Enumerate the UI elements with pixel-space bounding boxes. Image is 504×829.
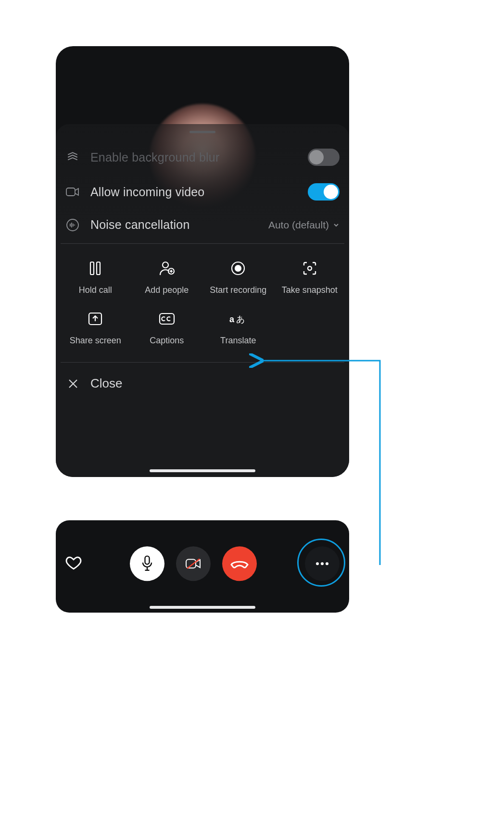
heart-icon bbox=[65, 554, 82, 571]
video-icon bbox=[64, 187, 81, 197]
svg-point-18 bbox=[326, 562, 328, 565]
svg-point-16 bbox=[316, 562, 319, 565]
row-noise-cancellation-label: Noise cancellation bbox=[90, 218, 259, 232]
row-allow-incoming-video: Allow incoming video bbox=[56, 175, 349, 209]
call-button-group bbox=[130, 546, 257, 581]
noise-cancellation-icon bbox=[64, 219, 81, 231]
share-screen-icon bbox=[88, 311, 102, 327]
action-hold-call[interactable]: Hold call bbox=[60, 260, 131, 295]
row-allow-incoming-video-label: Allow incoming video bbox=[90, 185, 298, 199]
toggle-background-blur[interactable] bbox=[308, 149, 340, 166]
blur-icon bbox=[64, 151, 81, 163]
svg-rect-3 bbox=[97, 262, 100, 275]
more-icon bbox=[315, 562, 329, 565]
row-background-blur-label: Enable background blur bbox=[90, 151, 298, 164]
actions-grid: Hold call Add people Start recordin bbox=[56, 244, 349, 359]
microphone-icon bbox=[140, 555, 154, 572]
hangup-button[interactable] bbox=[222, 546, 257, 581]
translate-icon: a あ bbox=[229, 311, 247, 327]
record-icon bbox=[231, 260, 245, 276]
svg-text:あ: あ bbox=[236, 314, 245, 324]
react-button[interactable] bbox=[65, 554, 82, 573]
action-start-recording[interactable]: Start recording bbox=[202, 260, 274, 295]
svg-point-4 bbox=[163, 262, 168, 268]
noise-cancellation-value[interactable]: Auto (default) bbox=[268, 219, 340, 231]
add-person-icon bbox=[159, 260, 175, 276]
action-captions[interactable]: Captions bbox=[131, 311, 203, 346]
svg-point-1 bbox=[67, 219, 78, 231]
row-noise-cancellation[interactable]: Noise cancellation Auto (default) bbox=[56, 209, 349, 240]
home-indicator bbox=[150, 606, 255, 609]
row-background-blur: Enable background blur bbox=[56, 140, 349, 175]
svg-line-15 bbox=[187, 559, 200, 568]
pause-icon bbox=[88, 260, 102, 276]
options-bottom-sheet: Enable background blur Allow incoming vi… bbox=[56, 124, 349, 477]
home-indicator bbox=[150, 469, 255, 472]
action-take-snapshot[interactable]: Take snapshot bbox=[274, 260, 346, 295]
action-share-screen[interactable]: Share screen bbox=[60, 311, 131, 346]
snapshot-icon bbox=[302, 260, 317, 276]
phone-down-icon bbox=[230, 559, 249, 568]
more-options-button[interactable] bbox=[305, 546, 340, 581]
close-icon bbox=[66, 378, 80, 389]
chevron-down-icon bbox=[333, 222, 340, 228]
sheet-grabber[interactable] bbox=[189, 131, 215, 133]
more-options-sheet: Enable background blur Allow incoming vi… bbox=[56, 46, 349, 477]
svg-point-17 bbox=[321, 562, 324, 565]
toggle-allow-incoming-video[interactable] bbox=[308, 183, 340, 201]
camera-button[interactable] bbox=[176, 546, 211, 581]
svg-rect-13 bbox=[145, 556, 149, 564]
svg-text:a: a bbox=[229, 314, 235, 324]
svg-point-7 bbox=[235, 265, 241, 271]
svg-point-8 bbox=[308, 266, 312, 270]
camera-off-icon bbox=[185, 557, 202, 570]
close-button[interactable]: Close bbox=[56, 363, 349, 416]
call-controls-bar bbox=[56, 520, 349, 613]
svg-rect-2 bbox=[90, 262, 94, 275]
svg-rect-0 bbox=[66, 188, 75, 196]
captions-icon bbox=[159, 311, 175, 327]
mute-button[interactable] bbox=[130, 546, 164, 581]
action-translate[interactable]: a あ Translate bbox=[202, 311, 274, 346]
action-add-people[interactable]: Add people bbox=[131, 260, 203, 295]
